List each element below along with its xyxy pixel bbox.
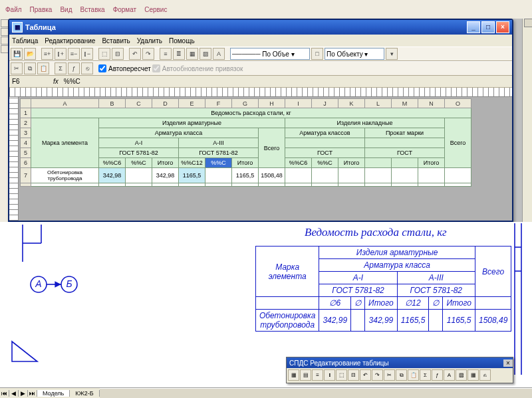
- cell[interactable]: Арматура классов: [285, 128, 365, 138]
- cell[interactable]: Всего: [445, 118, 471, 168]
- cell[interactable]: Прокат марки: [365, 128, 445, 138]
- col-corner[interactable]: [21, 99, 31, 108]
- link-icon[interactable]: ⎋: [81, 62, 93, 74]
- menu-delete[interactable]: Удалить: [137, 37, 162, 45]
- tool-icon[interactable]: [1, 37, 9, 45]
- fill-icon[interactable]: ▨: [200, 48, 211, 60]
- cell[interactable]: [259, 183, 285, 187]
- row-head[interactable]: 7: [21, 168, 31, 183]
- cell[interactable]: 1165,5: [232, 168, 259, 183]
- cell[interactable]: [179, 183, 205, 187]
- spds-btn[interactable]: ▨: [456, 369, 467, 381]
- row-head[interactable]: [21, 183, 31, 187]
- minimize-button[interactable]: _: [467, 21, 480, 33]
- row-head[interactable]: 1: [21, 108, 31, 118]
- cell[interactable]: 1165,5: [179, 168, 205, 183]
- menu-edit[interactable]: Редактирование: [45, 37, 95, 45]
- autorecalc-checkbox[interactable]: Автопересчет: [98, 64, 151, 72]
- cell[interactable]: [338, 168, 365, 183]
- tool-icon[interactable]: [1, 45, 9, 53]
- merge-icon[interactable]: ⬚: [98, 48, 110, 60]
- tab-scroll-track[interactable]: [100, 388, 532, 398]
- cell[interactable]: ГОСТ: [365, 148, 445, 158]
- col-head[interactable]: F: [205, 99, 232, 108]
- copy-icon[interactable]: ⧉: [24, 62, 36, 74]
- cell[interactable]: [365, 168, 392, 183]
- cell[interactable]: Изделия арматурные: [99, 118, 285, 128]
- cell[interactable]: [445, 183, 471, 187]
- cell[interactable]: ГОСТ 5781-82: [99, 148, 179, 158]
- col-head[interactable]: E: [179, 99, 205, 108]
- cell[interactable]: [232, 183, 259, 187]
- col-head[interactable]: O: [445, 99, 471, 108]
- spds-btn[interactable]: ƒ: [432, 369, 443, 381]
- col-head[interactable]: B: [99, 99, 126, 108]
- spds-btn[interactable]: ⊟: [348, 369, 359, 381]
- cell[interactable]: A-I: [99, 138, 179, 148]
- tab-nav-first[interactable]: ⏮: [0, 390, 9, 397]
- cell[interactable]: Итого: [232, 158, 259, 168]
- table-title-cell[interactable]: Ведомость расхода стали, кг: [31, 108, 471, 118]
- cell[interactable]: [365, 183, 392, 187]
- menu-help[interactable]: Помощь: [169, 37, 195, 45]
- spds-btn[interactable]: A: [444, 369, 455, 381]
- spds-btn[interactable]: Σ: [420, 369, 431, 381]
- col-head[interactable]: L: [365, 99, 392, 108]
- spds-btn[interactable]: 📋: [408, 369, 419, 381]
- close-icon[interactable]: ×: [503, 359, 513, 367]
- col-head[interactable]: I: [285, 99, 312, 108]
- spds-btn[interactable]: ≡: [312, 369, 323, 381]
- menu-item[interactable]: Вставка: [80, 6, 104, 13]
- cell[interactable]: [285, 183, 312, 187]
- split-icon[interactable]: ⊟: [112, 48, 124, 60]
- col-head[interactable]: K: [338, 99, 365, 108]
- cell[interactable]: %%C6: [99, 158, 126, 168]
- row-head[interactable]: 3: [21, 128, 31, 138]
- maximize-button[interactable]: □: [481, 21, 495, 33]
- tab-nav-last[interactable]: ⏭: [28, 390, 37, 397]
- menu-item[interactable]: Вид: [60, 6, 72, 13]
- cell[interactable]: [99, 183, 126, 187]
- row-head[interactable]: 4: [21, 138, 31, 148]
- col-head[interactable]: M: [392, 99, 418, 108]
- spds-btn[interactable]: ⧉: [396, 369, 407, 381]
- align-left-icon[interactable]: ≡: [160, 48, 172, 60]
- spds-titlebar[interactable]: СПДС Редактирование таблицы ×: [287, 357, 513, 368]
- menu-item[interactable]: Сервис: [144, 6, 167, 13]
- cell[interactable]: [365, 158, 392, 168]
- fx-icon[interactable]: fx: [48, 78, 64, 85]
- cell[interactable]: [445, 168, 471, 183]
- cell[interactable]: ГОСТ: [285, 148, 365, 158]
- cell[interactable]: [365, 138, 445, 148]
- undo-icon[interactable]: ↶: [129, 48, 141, 60]
- cell[interactable]: 342,98: [99, 168, 126, 183]
- spds-btn[interactable]: ▦: [288, 369, 299, 381]
- cell[interactable]: Изделия накладные: [285, 118, 445, 128]
- selected-cell[interactable]: %%C: [205, 158, 232, 168]
- cell[interactable]: Итого: [418, 158, 445, 168]
- cell[interactable]: [312, 168, 338, 183]
- cell[interactable]: [126, 183, 152, 187]
- cell[interactable]: 342,98: [152, 168, 179, 183]
- row-head[interactable]: 2: [21, 118, 31, 128]
- cell[interactable]: [392, 158, 418, 168]
- cell[interactable]: %%C12: [179, 158, 205, 168]
- cell[interactable]: [126, 168, 152, 183]
- cell[interactable]: [338, 183, 365, 187]
- cell[interactable]: A-III: [179, 138, 259, 148]
- spds-btn[interactable]: ↷: [372, 369, 383, 381]
- layer-combo[interactable]: По Объекту ▾: [325, 48, 384, 60]
- tool-icon[interactable]: [1, 19, 9, 27]
- menu-item[interactable]: Правка: [30, 6, 53, 13]
- spds-toolbar[interactable]: СПДС Редактирование таблицы × ▦ ▤ ≡ ⫿ ⬚ …: [286, 357, 513, 383]
- cell[interactable]: [205, 168, 232, 183]
- cad-viewport[interactable]: А Б Ведомость расхода стали, кг Марка эл…: [0, 222, 532, 398]
- cell[interactable]: 1508,48: [259, 168, 285, 183]
- row-head[interactable]: 5: [21, 148, 31, 158]
- delete-col-icon[interactable]: ⫿−: [81, 48, 93, 60]
- delete-row-icon[interactable]: ≡−: [68, 48, 80, 60]
- formula-value[interactable]: %%C: [64, 78, 512, 85]
- insert-row-icon[interactable]: ≡+: [41, 48, 53, 60]
- cell[interactable]: Итого: [338, 158, 365, 168]
- align-center-icon[interactable]: ≣: [173, 48, 185, 60]
